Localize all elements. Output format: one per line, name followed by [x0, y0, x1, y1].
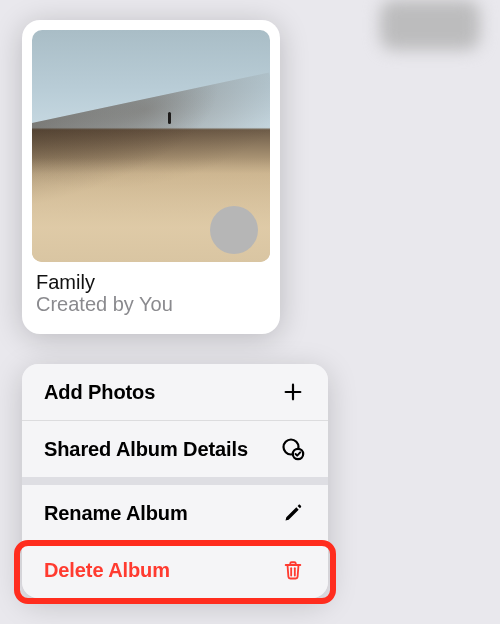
- album-meta: Family Created by You: [22, 262, 280, 334]
- album-subtitle: Created by You: [36, 292, 266, 316]
- shared-album-details-button[interactable]: Shared Album Details: [22, 421, 328, 477]
- album-preview-card[interactable]: Family Created by You: [22, 20, 280, 334]
- album-title: Family: [36, 270, 266, 294]
- album-thumbnail-wrap: [22, 20, 280, 262]
- pencil-icon: [280, 500, 306, 526]
- plus-icon: [280, 379, 306, 405]
- album-thumbnail: [32, 30, 270, 262]
- shared-album-icon: [280, 436, 306, 462]
- owner-avatar: [210, 206, 258, 254]
- menu-item-label: Shared Album Details: [44, 438, 248, 461]
- context-menu: Add Photos Shared Album Details Rename A…: [22, 364, 328, 598]
- delete-album-button[interactable]: Delete Album: [22, 542, 328, 598]
- background-blur: [380, 0, 480, 50]
- decorative-figure: [168, 112, 171, 124]
- menu-item-label: Add Photos: [44, 381, 155, 404]
- menu-separator: [22, 477, 328, 485]
- menu-item-label: Rename Album: [44, 502, 188, 525]
- trash-icon: [280, 557, 306, 583]
- menu-item-label: Delete Album: [44, 559, 170, 582]
- add-photos-button[interactable]: Add Photos: [22, 364, 328, 420]
- rename-album-button[interactable]: Rename Album: [22, 485, 328, 541]
